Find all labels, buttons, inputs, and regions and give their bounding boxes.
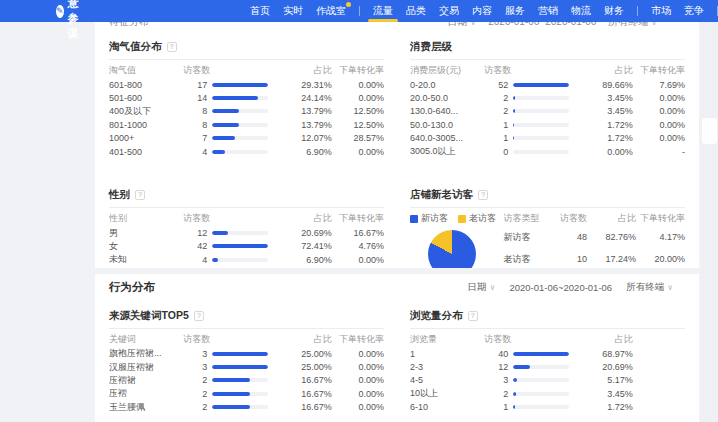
visitors-value: 1 (484, 402, 508, 412)
terminal-select[interactable]: 所有终端 ∨ (626, 281, 673, 294)
bar-fill (513, 405, 514, 409)
gender-table: 性别访客数占比下单转化率男1220.69%16.67%女4272.41%4.76… (109, 211, 384, 266)
visitors-cell: 3 (183, 349, 282, 359)
table-row: 1000+712.07%28.57% (109, 132, 384, 145)
nav-item-服务[interactable]: 服务 (505, 0, 525, 22)
visitors-value: 4 (183, 147, 207, 157)
table-cell: 占比 (282, 212, 332, 225)
help-icon[interactable]: ? (468, 311, 478, 321)
visitors-value: 4 (183, 255, 207, 265)
table-cell: 下单转化率 (633, 64, 685, 77)
logo-pen-icon: ✎ (56, 5, 64, 18)
table-cell: 16.67% (282, 389, 332, 399)
nav-item-作战室[interactable]: 作战室 (316, 0, 346, 22)
nav-item-品类[interactable]: 品类 (406, 0, 426, 22)
table-cell: 0.00% (332, 402, 384, 412)
nav-item-物流[interactable]: 物流 (571, 0, 591, 22)
scrollbar-track[interactable] (701, 22, 718, 422)
nav-item-首页[interactable]: 首页 (250, 0, 270, 22)
legend-label: 老访客 (469, 212, 496, 225)
table-cell: 访客类型 (504, 212, 548, 225)
table-cell: 关键词 (109, 333, 183, 346)
table-cell: 男 (109, 227, 183, 240)
table-cell: 3.45% (583, 106, 633, 116)
table-cell: 6-10 (410, 402, 484, 412)
visitors-cell: 2 (484, 93, 583, 103)
table-cell: 3005.0以上 (410, 145, 484, 158)
table-cell: 10 (547, 254, 587, 264)
table-cell: 淘气值 (109, 64, 183, 77)
visitors-value: 14 (183, 93, 207, 103)
nav-item-财务[interactable]: 财务 (604, 0, 624, 22)
nav-item-流量[interactable]: 流量 (373, 0, 393, 22)
nav-menu: 首页实时作战室流量品类交易内容服务营销物流财务市场竞争业务专区取数人群管理学院 (250, 0, 718, 22)
table-cell: 640.0-3005... (410, 133, 484, 143)
date-mode-select[interactable]: 日期 ∨ (468, 281, 496, 294)
bar-track (212, 405, 268, 409)
chevron-down-icon: ∨ (651, 22, 657, 27)
table-cell: 0-20.0 (410, 80, 484, 90)
table-cell: 1.72% (583, 402, 633, 412)
behavior-distribution-card: 行为分布 日期 ∨ 2020-01-06~2020-01-06 所有终端 ∨ 来… (95, 274, 699, 422)
date-mode-select[interactable]: 日期 ∨ (448, 22, 477, 32)
table-row: 旗袍压褶裙...325.00%0.00% (109, 347, 384, 360)
visitors-cell: 1 (484, 133, 583, 143)
visitors-cell: 2 (484, 389, 583, 399)
table-cell: 3.45% (583, 93, 633, 103)
table-cell: 20.69% (282, 228, 332, 238)
bar-track (513, 109, 569, 113)
table-cell: 28.57% (332, 133, 384, 143)
nav-item-市场[interactable]: 市场 (651, 0, 671, 22)
new-old-table: 访客类型访客数占比下单转化率新访客4882.76%4.17%老访客1017.24… (504, 211, 686, 268)
table-cell: 1.72% (583, 133, 633, 143)
panel-title: 来源关键词TOP5 (109, 309, 189, 323)
help-icon[interactable]: ? (478, 190, 488, 200)
table-header-row: 访客类型访客数占比下单转化率 (504, 211, 686, 226)
bar-track (513, 123, 569, 127)
table-row: 男1220.69%16.67% (109, 226, 384, 239)
table-cell: 12.07% (282, 133, 332, 143)
visitors-cell: 8 (183, 120, 282, 130)
terminal-select[interactable]: 所有终端 ∨ (608, 22, 657, 32)
bar-fill (513, 392, 516, 396)
bar-track (212, 83, 268, 87)
date-range-value[interactable]: 2020-01-06~2020-01-06 (509, 282, 612, 293)
help-icon[interactable]: ? (194, 311, 204, 321)
nav-divider (359, 6, 360, 16)
table-cell: 7.69% (633, 80, 685, 90)
table-cell: 29.31% (282, 80, 332, 90)
date-range-value[interactable]: 2020-01-06~2020-01-06 (488, 22, 596, 32)
behavior-header: 行为分布 日期 ∨ 2020-01-06~2020-01-06 所有终端 ∨ (109, 274, 685, 301)
table-cell: 4.76% (332, 241, 384, 251)
table-cell: 0.00% (332, 375, 384, 385)
scrollbar-thumb[interactable] (702, 118, 717, 144)
nav-item-实时[interactable]: 实时 (283, 0, 303, 22)
app-logo[interactable]: ✎ 生意参谋 (56, 0, 84, 41)
table-cell: 16.67% (282, 375, 332, 385)
visitors-cell: 1 (484, 402, 583, 412)
table-cell: 访客数 (183, 333, 282, 346)
new-old-chart-area: 新访客老访客 (410, 211, 504, 268)
visitors-cell: 4 (183, 255, 282, 265)
table-cell: 访客数 (183, 64, 282, 77)
table-cell: 访客数 (183, 212, 282, 225)
help-icon[interactable]: ? (135, 190, 145, 200)
table-cell: 占比 (282, 333, 332, 346)
table-cell: 1 (410, 349, 484, 359)
help-icon[interactable]: ? (167, 42, 177, 52)
table-cell: 68.97% (583, 349, 633, 359)
bar-track (212, 150, 268, 154)
nav-item-竞争[interactable]: 竞争 (684, 0, 704, 22)
nav-item-交易[interactable]: 交易 (439, 0, 459, 22)
nav-item-营销[interactable]: 营销 (538, 0, 558, 22)
bar-track (212, 258, 268, 262)
table-cell: 25.00% (282, 362, 332, 372)
table-row: 501-6001424.14%0.00% (109, 91, 384, 104)
behavior-title: 行为分布 (109, 280, 155, 295)
table-cell: 25.00% (282, 349, 332, 359)
bar-fill (212, 83, 268, 87)
clipped-filter-strip: 特征分布 日期 ∨ 2020-01-06~2020-01-06 所有终端 ∨ (109, 22, 685, 32)
bar-track (212, 352, 268, 356)
bar-fill (513, 378, 517, 382)
nav-item-内容[interactable]: 内容 (472, 0, 492, 22)
